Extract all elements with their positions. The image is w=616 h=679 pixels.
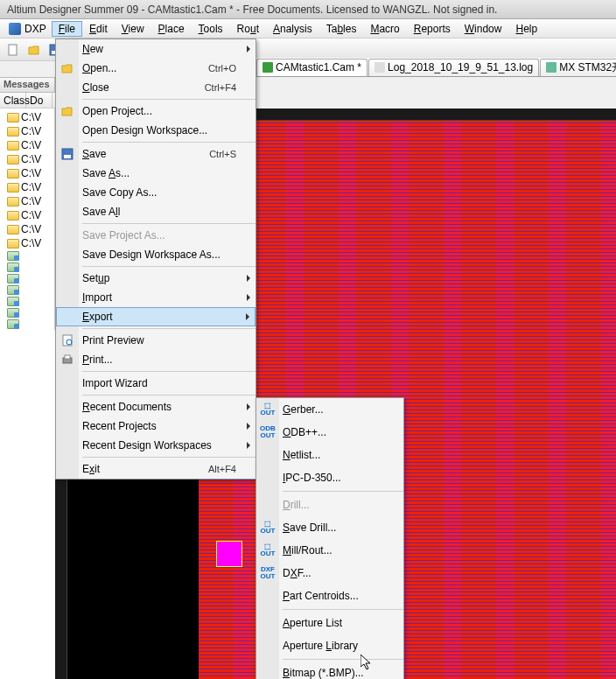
menu-file[interactable]: File	[52, 21, 82, 37]
menu-save-all[interactable]: Save All	[56, 202, 256, 221]
svg-rect-0	[9, 45, 17, 55]
tree-item[interactable]	[0, 273, 54, 284]
tree-item[interactable]	[0, 250, 54, 262]
tree-item[interactable]: C:\V	[0, 152, 54, 166]
tree-item[interactable]	[0, 262, 54, 273]
menu-recent-workspaces[interactable]: Recent Design Workspaces	[56, 436, 256, 455]
export-save-drill[interactable]: ⬚OUTSave Drill...	[256, 516, 403, 539]
menu-reports[interactable]: Reports	[407, 21, 458, 37]
tree-item[interactable]	[0, 296, 54, 307]
menu-analysis[interactable]: Analysis	[266, 21, 319, 37]
export-aperture-lib[interactable]: Aperture Library	[256, 634, 403, 657]
cam-icon	[262, 62, 273, 73]
message-tree: C:\V C:\V C:\V C:\V C:\V C:\V C:\V C:\V …	[0, 108, 55, 330]
tb-open-icon[interactable]	[24, 41, 44, 59]
tree-item[interactable]: C:\V	[0, 138, 54, 152]
shortcut: Alt+F4	[208, 464, 236, 474]
menu-open[interactable]: Open...Ctrl+O	[56, 59, 256, 78]
menu-open-project[interactable]: Open Project...	[56, 102, 256, 121]
folder-icon	[7, 113, 19, 122]
export-bitmap[interactable]: Bitmap (*.BMP)...	[256, 662, 403, 679]
menu-help[interactable]: Help	[508, 21, 544, 37]
menu-macro[interactable]: Macro	[363, 21, 406, 37]
col-class[interactable]: Class	[0, 93, 26, 108]
export-mill[interactable]: ⬚OUTMill/Rout...	[256, 539, 403, 562]
tree-item[interactable]	[0, 307, 54, 318]
export-submenu: ⬚OUTGerber... ODBOUTODB++... Netlist... …	[256, 397, 404, 679]
tree-item[interactable]: C:\V	[0, 208, 54, 222]
gerber-out-icon: ⬚OUT	[260, 402, 276, 416]
separator	[82, 266, 256, 267]
pad	[216, 541, 242, 567]
tree-item[interactable]: C:\V	[0, 194, 54, 208]
separator	[82, 371, 256, 372]
menu-print[interactable]: Print...	[56, 350, 256, 369]
menu-open-workspace[interactable]: Open Design Workspace...	[56, 121, 256, 140]
menu-rout[interactable]: Rout	[230, 21, 266, 37]
export-netlist[interactable]: Netlist...	[256, 444, 403, 466]
submenu-arrow-icon	[247, 46, 250, 52]
menu-setup[interactable]: Setup	[56, 269, 256, 288]
dxf-out-icon: DXFOUT	[260, 566, 276, 580]
menu-bar: DXP File Edit View Place Tools Rout Anal…	[0, 19, 616, 38]
submenu-arrow-icon	[247, 294, 250, 301]
tree-item[interactable]: C:\V	[0, 124, 54, 138]
separator	[82, 223, 256, 224]
dxp-menu[interactable]: DXP	[4, 23, 52, 35]
menu-view[interactable]: View	[115, 21, 151, 37]
menu-print-preview[interactable]: Print Preview	[56, 331, 256, 350]
menu-import-wizard[interactable]: Import Wizard	[56, 374, 256, 393]
save-icon	[60, 147, 74, 161]
pcb-icon	[546, 62, 556, 73]
menu-close[interactable]: CloseCtrl+F4	[56, 78, 256, 97]
tab-mx[interactable]: MX STM32开短路检	[540, 59, 616, 76]
open-project-icon	[60, 104, 74, 118]
menu-save-as[interactable]: Save As...	[56, 164, 256, 183]
menu-recent-docs[interactable]: Recent Documents	[56, 397, 256, 416]
tree-item[interactable]: C:\V	[0, 236, 54, 250]
tree-item[interactable]	[0, 284, 54, 296]
export-centroids[interactable]: Part Centroids...	[256, 584, 403, 607]
menu-window[interactable]: Window	[458, 21, 509, 37]
window-title: Altium Designer Summer 09 - CAMtastic1.C…	[7, 4, 497, 16]
separator	[283, 609, 403, 610]
title-bar: Altium Designer Summer 09 - CAMtastic1.C…	[0, 0, 616, 19]
tb-new-icon[interactable]	[4, 41, 23, 59]
folder-icon	[7, 297, 19, 306]
export-ipc[interactable]: IPC-D-350...	[256, 466, 403, 489]
col-document[interactable]: Do	[26, 93, 52, 108]
tree-item[interactable]: C:\V	[0, 222, 54, 236]
menu-save[interactable]: SaveCtrl+S	[56, 144, 256, 164]
tree-item[interactable]	[0, 318, 54, 330]
menu-tables[interactable]: Tables	[319, 21, 364, 37]
file-menu-dropdown: New Open...Ctrl+O CloseCtrl+F4 Open Proj…	[55, 38, 256, 480]
tree-item[interactable]: C:\V	[0, 166, 54, 180]
menu-import[interactable]: Import	[56, 288, 256, 307]
menu-exit[interactable]: ExitAlt+F4	[56, 459, 256, 479]
menu-recent-projects[interactable]: Recent Projects	[56, 416, 256, 436]
columns-header: Class Do	[0, 93, 55, 108]
folder-icon	[7, 225, 19, 234]
export-odb[interactable]: ODBOUTODB++...	[256, 421, 403, 444]
tree-item[interactable]: C:\V	[0, 110, 54, 124]
mill-out-icon: ⬚OUT	[260, 543, 276, 557]
menu-tools[interactable]: Tools	[192, 21, 230, 37]
tab-camtastic[interactable]: CAMtastic1.Cam *	[256, 59, 368, 76]
export-dxf[interactable]: DXFOUTDXF...	[256, 562, 403, 584]
folder-icon	[7, 262, 19, 272]
export-gerber[interactable]: ⬚OUTGerber...	[256, 398, 403, 421]
export-aperture-list[interactable]: Aperture List	[256, 612, 403, 634]
menu-edit[interactable]: Edit	[82, 21, 115, 37]
menu-save-copy[interactable]: Save Copy As...	[56, 183, 256, 202]
folder-icon	[7, 169, 19, 178]
folder-icon	[7, 251, 19, 261]
submenu-arrow-icon	[247, 423, 250, 430]
menu-save-workspace[interactable]: Save Design Workspace As...	[56, 245, 256, 264]
menu-new[interactable]: New	[56, 39, 256, 59]
menu-export[interactable]: Export	[56, 307, 256, 326]
separator	[82, 328, 256, 329]
tree-item[interactable]: C:\V	[0, 180, 54, 194]
tab-log[interactable]: Log_2018_10_19_9_51_13.log	[368, 59, 539, 76]
submenu-arrow-icon	[246, 313, 249, 320]
menu-place[interactable]: Place	[151, 21, 192, 37]
